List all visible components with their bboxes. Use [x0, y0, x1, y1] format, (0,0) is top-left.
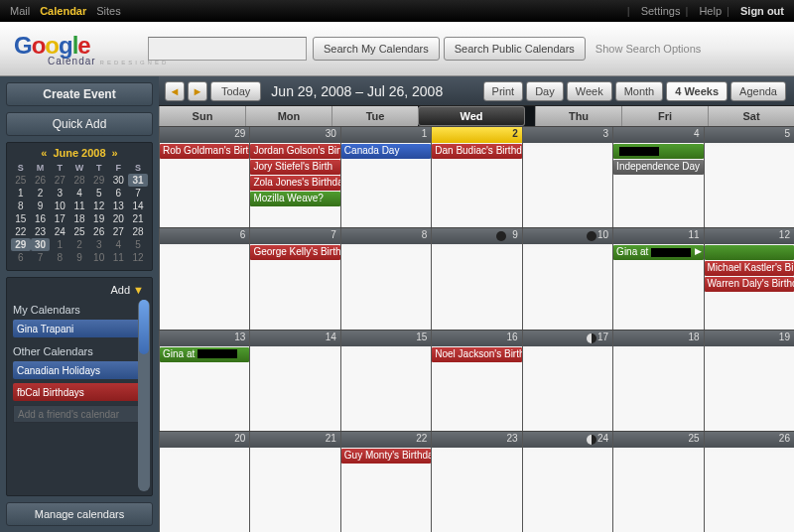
event[interactable]: Gina at [160, 347, 249, 362]
mini-day[interactable]: 30 [31, 238, 51, 251]
mini-day[interactable]: 1 [11, 187, 31, 200]
day-cell[interactable]: 6 [159, 228, 249, 329]
day-cell[interactable]: 11Gina at ▶ [612, 228, 703, 329]
event[interactable]: Michael Kastler's Bir [705, 261, 794, 276]
day-cell[interactable]: 20 [159, 432, 249, 532]
day-cell[interactable]: 7George Kelly's Birthd [249, 228, 339, 329]
mini-day[interactable]: 2 [31, 187, 51, 200]
mini-day[interactable]: 11 [109, 251, 129, 264]
sites-link[interactable]: Sites [96, 5, 120, 17]
day-cell[interactable]: 8 [340, 228, 431, 329]
day-cell[interactable]: 14 [249, 331, 339, 431]
quick-add-button[interactable]: Quick Add [6, 112, 153, 136]
mini-day[interactable]: 4 [109, 238, 129, 251]
mini-day[interactable]: 23 [31, 225, 51, 238]
event[interactable]: Gina at ▶ [613, 245, 703, 260]
mini-day[interactable]: 8 [11, 200, 31, 212]
view-4weeks-button[interactable]: 4 Weeks [666, 81, 728, 101]
day-cell[interactable]: 5 [704, 127, 794, 227]
event[interactable]: Canada Day [341, 144, 431, 159]
create-event-button[interactable]: Create Event [6, 82, 153, 106]
day-cell[interactable]: 13Gina at [159, 331, 249, 431]
add-friend-calendar-input[interactable] [13, 405, 142, 423]
mini-day[interactable]: 12 [128, 251, 148, 264]
view-agenda-button[interactable]: Agenda [730, 81, 786, 101]
mini-next-icon[interactable]: » [106, 147, 124, 159]
event[interactable]: Independence Day [613, 160, 703, 175]
day-cell[interactable]: 18 [612, 331, 703, 431]
day-cell[interactable]: 10 [522, 228, 612, 329]
day-cell[interactable]: 16Noel Jackson's Birth [431, 331, 521, 431]
mini-day[interactable]: 27 [50, 174, 69, 187]
day-cell[interactable]: 24 [522, 432, 612, 532]
mini-day[interactable]: 27 [109, 225, 129, 238]
day-cell[interactable]: 29Rob Goldman's Birth [159, 127, 249, 227]
mini-day[interactable]: 1 [50, 238, 69, 251]
search-my-calendars-button[interactable]: Search My Calendars [313, 37, 440, 61]
mini-day[interactable]: 7 [31, 251, 51, 264]
search-options-link[interactable]: Show Search Options [596, 43, 701, 55]
mail-link[interactable]: Mail [10, 5, 30, 17]
day-cell[interactable]: 19 [704, 331, 794, 431]
other-calendar-canadian[interactable]: Canadian Holidays▼ [13, 361, 150, 379]
mini-day[interactable]: 6 [11, 251, 31, 264]
day-cell[interactable]: 12 Michael Kastler's BirWarren Daly's Bi… [704, 228, 794, 329]
mini-day[interactable]: 6 [109, 187, 129, 200]
mini-day[interactable]: 7 [128, 187, 148, 200]
day-cell[interactable]: 17 [522, 331, 612, 431]
event[interactable]: Warren Daly's Birthd [705, 277, 794, 292]
search-input[interactable] [148, 37, 307, 61]
mini-day[interactable]: 4 [69, 187, 89, 200]
view-day-button[interactable]: Day [526, 81, 564, 101]
mini-day[interactable]: 13 [109, 200, 129, 212]
mini-day[interactable]: 20 [109, 212, 129, 225]
day-cell[interactable]: 22Guy Monty's Birthda [340, 432, 431, 532]
mini-day[interactable]: 28 [128, 225, 148, 238]
event[interactable] [705, 245, 794, 260]
mini-day[interactable]: 24 [50, 225, 69, 238]
mini-day[interactable]: 12 [89, 200, 109, 212]
event[interactable]: Noel Jackson's Birth [432, 347, 521, 362]
mini-day[interactable]: 10 [50, 200, 69, 212]
mini-prev-icon[interactable]: « [35, 147, 53, 159]
day-cell[interactable]: 26 [704, 432, 794, 532]
event[interactable]: Jory Stiefel's Birth [250, 160, 339, 175]
mini-day[interactable]: 29 [11, 238, 31, 251]
mini-day[interactable]: 9 [31, 200, 51, 212]
mini-day[interactable]: 14 [128, 200, 148, 212]
prev-button[interactable]: ◄ [165, 81, 185, 101]
mini-day[interactable]: 9 [69, 251, 89, 264]
event[interactable]: Dan Budiac's Birthda [432, 144, 521, 159]
day-cell[interactable]: 4 Independence Day [612, 127, 703, 227]
mini-day[interactable]: 8 [50, 251, 69, 264]
mini-day[interactable]: 28 [69, 174, 89, 187]
event[interactable]: Rob Goldman's Birth [160, 144, 249, 159]
mini-day[interactable]: 2 [69, 238, 89, 251]
mini-day[interactable]: 30 [109, 174, 129, 187]
day-cell[interactable]: 15 [340, 331, 431, 431]
mini-day[interactable]: 29 [89, 174, 109, 187]
mini-day[interactable]: 3 [50, 187, 69, 200]
event[interactable]: Guy Monty's Birthda [341, 449, 431, 464]
other-calendar-fbcal[interactable]: fbCal Birthdays▼ [13, 383, 150, 401]
my-calendar-item[interactable]: Gina Trapani▼ [13, 320, 150, 337]
event[interactable]: Mozilla Weave? [250, 192, 339, 206]
mini-day[interactable]: 5 [89, 187, 109, 200]
event[interactable]: George Kelly's Birthd [250, 245, 339, 260]
signout-link[interactable]: Sign out [740, 5, 784, 17]
day-cell[interactable]: 1Canada Day [340, 127, 431, 227]
mini-day[interactable]: 11 [69, 200, 89, 212]
mini-day[interactable]: 5 [128, 238, 148, 251]
manage-calendars-button[interactable]: Manage calendars [6, 502, 153, 526]
today-button[interactable]: Today [210, 81, 261, 101]
next-button[interactable]: ► [188, 81, 207, 101]
day-cell[interactable]: 2Dan Budiac's Birthda [431, 127, 521, 227]
mini-day[interactable]: 26 [89, 225, 109, 238]
settings-link[interactable]: Settings [641, 5, 681, 17]
mini-day[interactable]: 10 [89, 251, 109, 264]
mini-day[interactable]: 18 [69, 212, 89, 225]
mini-day[interactable]: 15 [11, 212, 31, 225]
event[interactable]: Zola Jones's Birthda [250, 176, 339, 191]
add-calendar-button[interactable]: Add ▼ [13, 282, 150, 300]
calendar-list-scrollbar[interactable] [138, 300, 150, 491]
